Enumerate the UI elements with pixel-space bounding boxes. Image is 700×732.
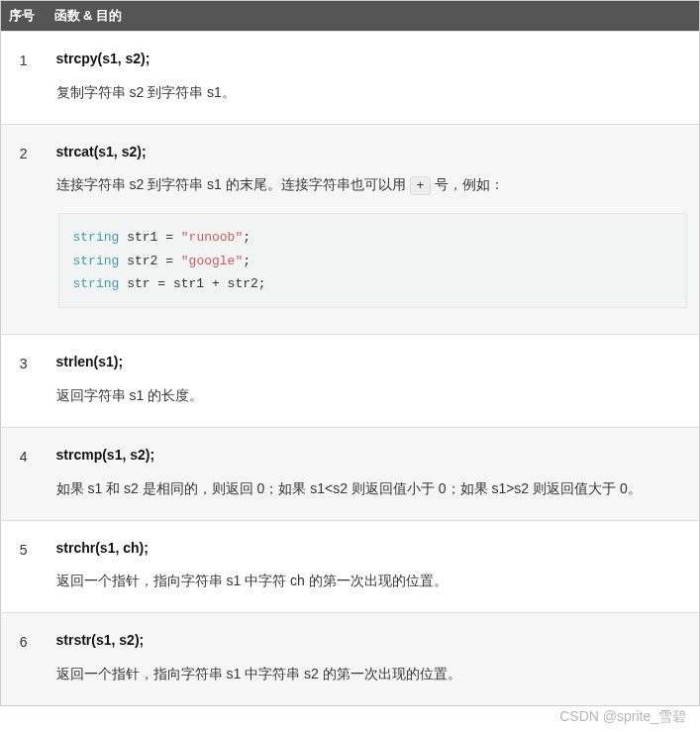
code-string: "google" [181, 254, 243, 268]
code-keyword: string [73, 230, 120, 245]
row-content: strcpy(s1, s2); 复制字符串 s2 到字符串 s1。 [47, 32, 700, 125]
header-col-num: 序号 [1, 1, 47, 32]
row-num: 1 [1, 32, 47, 125]
row-content: strchr(s1, ch); 返回一个指针，指向字符串 s1 中字符 ch 的… [47, 520, 700, 613]
table-row: 3 strlen(s1); 返回字符串 s1 的长度。 [1, 335, 700, 428]
table-row: 1 strcpy(s1, s2); 复制字符串 s2 到字符串 s1。 [1, 32, 700, 125]
code-ident: str [127, 276, 150, 291]
function-signature: strcmp(s1, s2); [56, 442, 690, 469]
function-description: 连接字符串 s2 到字符串 s1 的末尾。连接字符串也可以用 + 号，例如： [56, 176, 505, 192]
row-content: strcmp(s1, s2); 如果 s1 和 s2 是相同的，则返回 0；如果… [47, 427, 700, 520]
code-keyword: string [73, 276, 120, 291]
code-op: = [165, 254, 173, 268]
row-content: strcat(s1, s2); 连接字符串 s2 到字符串 s1 的末尾。连接字… [47, 124, 700, 335]
row-num: 3 [1, 335, 47, 428]
function-signature: strstr(s1, s2); [56, 627, 690, 654]
function-signature: strlen(s1); [56, 349, 690, 375]
header-col-desc: 函数 & 目的 [47, 1, 700, 32]
function-signature: strchr(s1, ch); [56, 535, 690, 562]
table-header-row: 序号 函数 & 目的 [1, 1, 700, 32]
code-keyword: string [73, 254, 120, 268]
code-ident: str1 [127, 230, 157, 245]
row-num: 4 [1, 427, 47, 520]
desc-pre: 连接字符串 s2 到字符串 s1 的末尾。连接字符串也可以用 [56, 176, 410, 192]
code-block: string str1 = "runoob"; string str2 = "g… [58, 213, 688, 308]
table-row: 5 strchr(s1, ch); 返回一个指针，指向字符串 s1 中字符 ch… [1, 520, 700, 613]
function-description: 返回一个指针，指向字符串 s1 中字符 ch 的第一次出现的位置。 [56, 573, 448, 588]
function-signature: strcpy(s1, s2); [56, 46, 690, 72]
table-row: 2 strcat(s1, s2); 连接字符串 s2 到字符串 s1 的末尾。连… [1, 124, 700, 335]
row-num: 5 [1, 520, 47, 613]
code-op: = [165, 230, 173, 245]
functions-table: 序号 函数 & 目的 1 strcpy(s1, s2); 复制字符串 s2 到字… [0, 0, 700, 706]
code-string: "runoob" [181, 230, 243, 245]
code-punc: ; [258, 276, 266, 291]
code-ident: str2 [127, 254, 157, 268]
row-num: 6 [1, 613, 47, 706]
function-description: 复制字符串 s2 到字符串 s1。 [56, 84, 236, 100]
code-punc: ; [243, 230, 250, 245]
function-signature: strcat(s1, s2); [56, 139, 690, 165]
row-content: strstr(s1, s2); 返回一个指针，指向字符串 s1 中字符串 s2 … [47, 613, 700, 706]
code-punc: ; [243, 254, 250, 268]
table-row: 6 strstr(s1, s2); 返回一个指针，指向字符串 s1 中字符串 s… [1, 613, 700, 706]
function-description: 返回字符串 s1 的长度。 [56, 387, 204, 403]
table-row: 4 strcmp(s1, s2); 如果 s1 和 s2 是相同的，则返回 0；… [1, 427, 700, 520]
code-op: = [157, 276, 165, 291]
function-description: 返回一个指针，指向字符串 s1 中字符串 s2 的第一次出现的位置。 [56, 666, 461, 681]
row-content: strlen(s1); 返回字符串 s1 的长度。 [47, 335, 700, 428]
inline-code-plus: + [410, 176, 432, 195]
function-description: 如果 s1 和 s2 是相同的，则返回 0；如果 s1<s2 则返回值小于 0；… [56, 480, 642, 496]
desc-post: 号，例如： [431, 176, 504, 192]
code-expr: str1 + str2 [173, 276, 258, 291]
row-num: 2 [1, 124, 47, 335]
